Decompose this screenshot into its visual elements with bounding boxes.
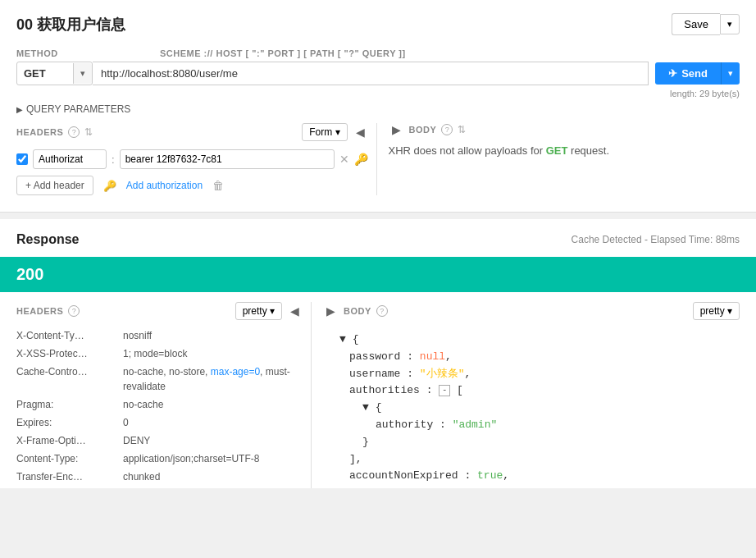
resp-body-pretty-button[interactable]: pretty ▾ — [693, 302, 740, 320]
save-dropdown-button[interactable]: ▾ — [720, 14, 740, 34]
query-params-label: QUERY PARAMETERS — [26, 103, 130, 115]
chevron-down-icon: ▾ — [727, 19, 732, 29]
chevron-down-icon: ▾ — [728, 68, 733, 78]
xhr-note: XHR does not allow payloads for GET requ… — [389, 144, 740, 157]
resp-header-row-xss: X-XSS-Protec… 1; mode=block — [16, 346, 303, 361]
resp-headers-collapse-button[interactable]: ◀ — [287, 304, 303, 318]
status-bar: 200 — [0, 257, 756, 292]
query-params-toggle[interactable]: ▶ QUERY PARAMETERS — [16, 103, 740, 115]
body-collapse-button[interactable]: ▶ — [389, 123, 404, 136]
chevron-down-icon: ▾ — [80, 68, 85, 78]
cache-info: Cache Detected - Elapsed Time: 88ms — [572, 234, 740, 245]
method-select-wrapper: GET POST PUT DELETE ▾ — [16, 62, 93, 85]
save-button-group: Save ▾ — [672, 13, 740, 35]
save-button[interactable]: Save — [672, 13, 720, 35]
send-button[interactable]: ✈ Send — [655, 62, 721, 85]
resp-headers-pretty-button[interactable]: pretty ▾ — [235, 302, 282, 320]
resp-header-row-frame: X-Frame-Opti… DENY — [16, 433, 303, 448]
response-title: Response — [16, 232, 79, 247]
resp-header-row-content: Content-Type: application/json;charset=U… — [16, 451, 303, 466]
header-value-input-authorization[interactable] — [120, 149, 335, 169]
resp-header-row-expires: Expires: 0 — [16, 415, 303, 430]
page-title: 00 获取用户信息 — [16, 15, 125, 34]
response-body-panel: ▶ BODY ? pretty ▾ ▼ { password : null, — [312, 302, 740, 488]
resp-headers-title: HEADERS — [16, 306, 63, 316]
body-info-icon[interactable]: ? — [441, 124, 453, 135]
body-sort-icon[interactable]: ⇅ — [458, 124, 466, 135]
get-text: GET — [546, 144, 568, 157]
chevron-down-icon: ▾ — [727, 305, 732, 317]
add-authorization-button[interactable]: Add authorization — [126, 180, 203, 191]
resp-body-title: BODY — [344, 306, 371, 316]
header-key-icon[interactable]: 🔑 — [354, 153, 368, 166]
response-headers-table: X-Content-Ty… nosniff X-XSS-Protec… 1; m… — [16, 328, 303, 484]
header-key-input-authorization[interactable] — [33, 149, 107, 169]
resp-header-row-xcontent: X-Content-Ty… nosniff — [16, 328, 303, 343]
headers-panel: HEADERS ? ⇅ Form ▾ ◀ : ✕ 🔑 + Add h — [16, 123, 377, 195]
header-colon: : — [112, 153, 115, 166]
authorities-expand-button[interactable]: - — [439, 385, 450, 396]
triangle-right-icon: ▶ — [16, 105, 23, 114]
resp-header-row-transfer: Transfer-Enc… chunked — [16, 469, 303, 484]
resp-header-row-cache: Cache-Contro… no-cache, no-store, max-ag… — [16, 364, 303, 394]
status-code: 200 — [16, 265, 43, 283]
response-body-json: ▼ { password : null, username : "小辣条", a… — [323, 328, 740, 488]
header-actions: + Add header 🔑 Add authorization 🗑 — [16, 176, 368, 195]
send-dropdown-button[interactable]: ▾ — [721, 62, 740, 85]
authority-obj-toggle[interactable]: ▼ — [362, 401, 369, 414]
length-info: length: 29 byte(s) — [16, 89, 740, 98]
method-label: METHOD — [16, 48, 58, 58]
send-button-group: ✈ Send ▾ — [655, 62, 740, 85]
body-panel-title: BODY — [409, 125, 437, 135]
resp-body-info-icon[interactable]: ? — [376, 305, 388, 317]
resp-body-collapse-button[interactable]: ▶ — [323, 304, 339, 318]
scheme-label: SCHEME :// HOST [ ":" PORT ] [ PATH [ "?… — [160, 48, 406, 58]
headers-info-icon[interactable]: ? — [68, 126, 80, 138]
key-icon-auth: 🔑 — [103, 180, 116, 192]
header-delete-icon[interactable]: ✕ — [339, 153, 349, 166]
body-panel: ▶ BODY ? ⇅ XHR does not allow payloads f… — [377, 123, 740, 195]
method-dropdown-button[interactable]: ▾ — [73, 63, 92, 84]
headers-panel-title: HEADERS — [16, 127, 63, 137]
header-checkbox-authorization[interactable] — [16, 153, 28, 165]
headers-collapse-button[interactable]: ◀ — [353, 126, 368, 139]
header-item-authorization: : ✕ 🔑 — [16, 149, 368, 169]
resp-headers-info-icon[interactable]: ? — [68, 305, 80, 317]
chevron-down-icon: ▾ — [270, 305, 275, 317]
response-headers-panel: HEADERS ? pretty ▾ ◀ X-Content-Ty… nosni… — [16, 302, 312, 488]
url-input[interactable] — [93, 62, 649, 85]
resp-header-row-pragma: Pragma: no-cache — [16, 397, 303, 412]
trash-icon[interactable]: 🗑 — [212, 179, 224, 192]
headers-form-button[interactable]: Form ▾ — [302, 123, 347, 141]
headers-sort-icon[interactable]: ⇅ — [84, 126, 93, 138]
add-header-button[interactable]: + Add header — [16, 176, 93, 195]
method-select[interactable]: GET POST PUT DELETE — [17, 62, 73, 85]
chevron-down-icon: ▾ — [335, 126, 340, 138]
send-plane-icon: ✈ — [668, 67, 677, 80]
response-section: Response Cache Detected - Elapsed Time: … — [0, 219, 756, 488]
collapse-toggle-icon[interactable]: ▼ — [339, 333, 346, 345]
